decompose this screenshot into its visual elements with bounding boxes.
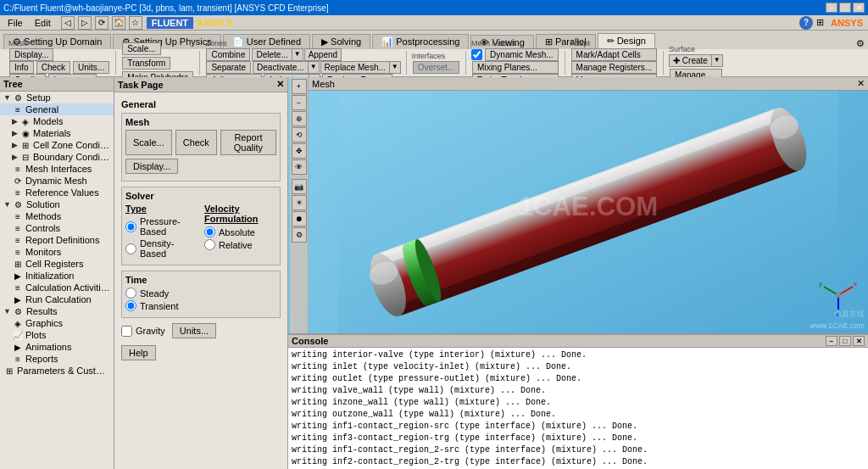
menu-edit[interactable]: Edit [29,16,57,30]
replace-mesh-button[interactable]: Replace Mesh... [320,61,390,74]
tree-item-parameters[interactable]: ⊞ Parameters & Customiz... [0,365,114,377]
steady-radio[interactable]: Steady [125,288,276,299]
models-icon: ◈ [19,116,31,126]
console-content[interactable]: writing interior-valve (type interior) (… [288,348,868,469]
view-toggle[interactable]: ⊞ [816,17,824,28]
check-button[interactable]: Check [36,61,70,74]
pan-btn[interactable]: ✥ [292,143,307,159]
view-btn[interactable]: 👁 [292,159,307,175]
tree-item-run-calc[interactable]: ▶ Run Calculation [0,293,114,305]
transient-radio[interactable]: Transient [125,300,276,311]
console-maximize-btn[interactable]: □ [839,336,851,346]
tree-item-boundary[interactable]: ▶ ⊟ Boundary Conditions [0,151,114,163]
tree-item-calc-activities[interactable]: ≡ Calculation Activities [0,282,114,293]
task-content: General Mesh Scale... Check Report Quali… [114,92,287,367]
tree-item-mesh-interfaces[interactable]: ≡ Mesh Interfaces [0,163,114,175]
tree-item-setup[interactable]: ▼ ⚙ Setup [0,92,114,103]
mesh-3d-area[interactable]: 1CAE.COM x y z www.1CAE.com [309,91,868,333]
replace-mesh-arrow[interactable]: ▼ [390,61,401,74]
info-button[interactable]: Info [9,61,34,74]
minimize-button[interactable]: − [826,3,837,13]
fit-btn[interactable]: ⊕ [292,111,307,126]
toolbar-icon-2[interactable]: ▷ [78,16,92,30]
tree-panel: Tree ▼ ⚙ Setup ≡ General ▶ ◈ Models ▶ ◉ … [0,77,114,469]
task-mesh-btn-row: Scale... Check Report Quality [125,130,276,155]
toolbar-icon-5[interactable]: ☆ [129,16,142,30]
deactivate-arrow[interactable]: ▼ [309,61,320,74]
boundary-label: Boundary Conditions [33,152,110,162]
dynamic-mesh-checkbox[interactable] [471,49,482,60]
tree-item-solution[interactable]: ▼ ⚙ Solution [0,198,114,210]
tree-item-animations[interactable]: ▶ Animations [0,341,114,353]
tree-item-reports[interactable]: ≡ Reports [0,353,114,365]
tree-item-controls[interactable]: ≡ Controls [0,222,114,234]
pressure-based-radio[interactable]: Pressure-Based [125,216,198,237]
task-report-quality-btn[interactable]: Report Quality [220,130,276,155]
task-panel-close[interactable]: ✕ [276,79,284,90]
dynamic-mesh-button[interactable]: Dynamic Mesh... [485,48,558,61]
absolute-radio[interactable]: Absolute [204,226,276,237]
delete-button[interactable]: Delete... [252,48,292,61]
task-display-btn[interactable]: Display... [125,159,178,174]
manage-registers-button[interactable]: Manage Registers... [571,61,658,74]
tab-settings-icon[interactable]: ⚙ [856,38,865,49]
display-button[interactable]: Display... [9,48,53,61]
close-button[interactable]: ✕ [853,3,865,13]
density-based-radio[interactable]: Density-Based [125,238,198,259]
scale-button[interactable]: Scale... [122,42,160,55]
tree-item-methods[interactable]: ≡ Methods [0,210,114,222]
tree-item-cell-registers[interactable]: ⊞ Cell Registers [0,258,114,270]
task-panel: Task Page ✕ General Mesh Scale... Check … [114,77,288,469]
general-label: General [25,104,58,114]
task-check-btn[interactable]: Check [175,130,217,155]
transform-button[interactable]: Transform [122,57,170,70]
tree-item-graphics[interactable]: ◈ Graphics [0,317,114,329]
append-button[interactable]: Append [304,48,342,61]
delete-arrow[interactable]: ▼ [292,48,303,61]
menu-file[interactable]: File [2,16,29,30]
tree-item-reference[interactable]: ≡ Reference Values [0,187,114,198]
gravity-checkbox[interactable] [121,326,132,337]
create-surface-button[interactable]: ✚ Create [669,54,712,67]
console-close-btn[interactable]: ✕ [853,336,865,346]
help-icon[interactable]: ? [799,16,813,30]
camera-btn[interactable]: 📷 [292,179,307,194]
units-task-btn[interactable]: Units... [172,323,216,338]
toolbar-mesh-section: Mesh Display... Info Check Units... Qual… [3,51,116,75]
mixing-planes-button[interactable]: Mixing Planes... [472,61,558,74]
tree-item-dynamic-mesh[interactable]: ⟳ Dynamic Mesh [0,175,114,187]
create-surface-arrow[interactable]: ▼ [712,54,723,67]
rotate-btn[interactable]: ⟲ [292,127,307,142]
console-minimize-btn[interactable]: − [826,336,837,346]
zoom-out-btn[interactable]: − [292,95,307,110]
settings-view-btn[interactable]: ⚙ [292,227,307,243]
tree-item-results[interactable]: ▼ ⚙ Results [0,305,114,317]
tree-item-models[interactable]: ▶ ◈ Models [0,115,114,127]
tree-item-cell-zone[interactable]: ▶ ⊞ Cell Zone Conditions [0,139,114,151]
units-button[interactable]: Units... [73,61,109,74]
relative-radio[interactable]: Relative [204,239,276,250]
deactivate-button[interactable]: Deactivate... [253,61,309,74]
tree-item-plots[interactable]: 📈 Plots [0,329,114,341]
mark-adapt-button[interactable]: Mark/Adapt Cells [571,48,658,61]
zoom-in-btn[interactable]: + [292,79,307,94]
maximize-button[interactable]: □ [839,3,851,13]
tree-item-materials[interactable]: ▶ ◉ Materials [0,127,114,139]
tree-item-general[interactable]: ≡ General [0,103,114,115]
toolbar-icon-3[interactable]: ⟳ [95,16,108,30]
separate-button[interactable]: Separate [206,61,251,74]
console-line: writing inf1-contact_region_2-src (type … [292,444,865,456]
task-scale-btn[interactable]: Scale... [125,130,172,155]
mesh-close-btn[interactable]: ✕ [857,78,865,89]
record-btn[interactable]: ⏺ [292,211,307,226]
light-btn[interactable]: ☀ [292,195,307,210]
methods-icon: ≡ [12,211,24,221]
toolbar-icon-4[interactable]: 🏠 [112,16,125,30]
toolbar-icon-1[interactable]: ◁ [61,16,75,30]
overset-button[interactable]: Overset... [413,61,459,74]
tree-item-initialization[interactable]: ▶ Initialization [0,270,114,282]
help-task-btn[interactable]: Help [121,345,156,360]
combine-button[interactable]: Combine [206,48,250,61]
tree-item-report-defs[interactable]: ≡ Report Definitions [0,234,114,246]
tree-item-monitors[interactable]: ≡ Monitors [0,246,114,258]
